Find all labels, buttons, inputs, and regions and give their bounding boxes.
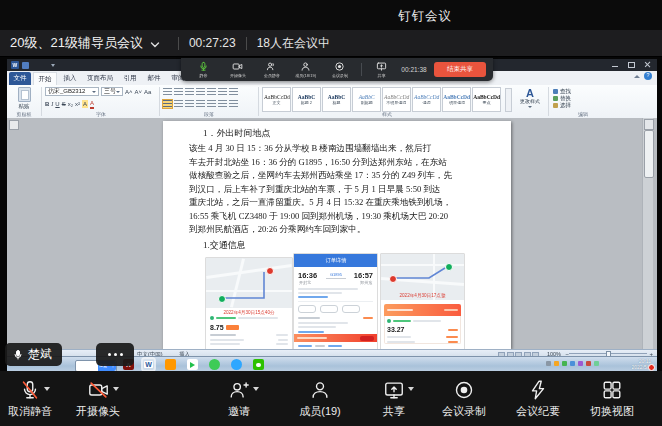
styles-scroll-strip[interactable] xyxy=(505,88,512,112)
paste-button[interactable]: 粘贴 xyxy=(9,87,39,110)
style-strong[interactable]: AaBbCcDd 要点 xyxy=(472,87,501,112)
underline-button[interactable]: U xyxy=(55,100,59,108)
qat-customize-icon[interactable] xyxy=(51,64,55,67)
share-members-button[interactable]: 成员(18/19) xyxy=(290,61,321,78)
align-center-icon[interactable] xyxy=(174,100,183,108)
taskbar-wechat-icon[interactable] xyxy=(253,359,264,370)
share-button[interactable]: 共享 xyxy=(359,378,429,419)
vertical-scrollbar[interactable] xyxy=(642,118,653,349)
scrollbar-thumb[interactable] xyxy=(644,130,654,178)
end-share-button[interactable]: 结束共享 xyxy=(434,62,486,77)
change-case-icon[interactable]: Aa xyxy=(144,88,151,96)
style-emphasis[interactable]: AaBbCcDd 强调 xyxy=(412,87,441,112)
switch-view-button[interactable]: 切换视图 xyxy=(577,378,647,419)
shading-icon[interactable] xyxy=(218,100,227,108)
replace-button[interactable]: 替换 xyxy=(553,95,571,102)
increase-indent-icon[interactable] xyxy=(207,88,216,96)
style-normal[interactable]: AaBbCcDd 正文 xyxy=(262,87,291,112)
more-options-button[interactable] xyxy=(96,343,134,366)
record-button[interactable]: 会议录制 xyxy=(429,378,499,419)
style-intense-emphasis[interactable]: AaBbCcDd 明显强调 xyxy=(442,87,471,112)
share-camera-button[interactable]: 开摄像头 xyxy=(222,61,253,78)
grow-font-icon[interactable]: A˄ xyxy=(125,88,133,96)
depart-time: 16:36 xyxy=(298,271,317,280)
strikethrough-button[interactable]: S xyxy=(62,100,66,108)
origin-pin-icon xyxy=(389,275,397,283)
align-right-icon[interactable] xyxy=(185,100,194,108)
invite-button[interactable]: 邀请 xyxy=(204,378,274,419)
superscript-button[interactable]: x² xyxy=(75,100,80,108)
document-page[interactable]: 1．外出时间地点 该生 4 月 30 日 15：36 分从学校 B 楼南边围墙翻… xyxy=(163,121,511,349)
italic-button[interactable]: I xyxy=(51,100,53,108)
chevron-down-icon[interactable] xyxy=(44,387,50,391)
align-left-icon[interactable] xyxy=(163,100,172,108)
taskbar-green-app-icon[interactable] xyxy=(209,359,220,370)
select-button[interactable]: 选择 xyxy=(553,102,571,109)
chevron-down-icon[interactable] xyxy=(113,387,119,391)
help-icon[interactable] xyxy=(644,72,652,80)
share-record-label: 会议录制 xyxy=(331,73,347,78)
chevron-down-icon[interactable] xyxy=(150,35,160,53)
font-color-button[interactable]: A xyxy=(90,99,94,109)
style-title[interactable]: AaBbC 标题 xyxy=(322,87,351,112)
date-stamp: 2022年4月30日17点整 xyxy=(384,292,460,298)
minimize-icon[interactable] xyxy=(611,61,619,68)
meeting-timer: 00:27:23 xyxy=(189,36,236,50)
share-record-button[interactable]: 会议录制 xyxy=(324,61,355,78)
numbering-icon[interactable] xyxy=(174,88,183,96)
justify-icon[interactable] xyxy=(196,100,205,108)
share-mute-button[interactable]: 静音 xyxy=(188,61,219,78)
tab-page-layout[interactable]: 页面布局 xyxy=(83,72,117,85)
tab-references[interactable]: 引用 xyxy=(119,72,141,85)
multilevel-list-icon[interactable] xyxy=(185,88,194,96)
share-mute-all-button[interactable]: 全员静音 xyxy=(256,61,287,78)
chevron-down-icon[interactable] xyxy=(408,387,414,391)
subscript-button[interactable]: x₂ xyxy=(68,100,73,108)
maximize-icon[interactable] xyxy=(627,61,635,68)
bold-button[interactable]: B xyxy=(45,100,49,108)
font-name-select[interactable]: 仿宋_GB2312 xyxy=(45,87,99,96)
save-icon[interactable] xyxy=(22,62,29,69)
taskbar-player-icon[interactable] xyxy=(187,359,198,370)
highlight-button[interactable]: A xyxy=(82,100,88,108)
decrease-indent-icon[interactable] xyxy=(196,88,205,96)
tab-insert[interactable]: 插入 xyxy=(59,72,81,85)
style-preview: AaBbCcDd xyxy=(384,94,409,100)
taskbar-orange-app-icon[interactable] xyxy=(165,359,176,370)
taskbar-meeting-app-icon[interactable] xyxy=(231,359,242,370)
ruler-toggle-icon[interactable] xyxy=(9,120,19,130)
redo-icon[interactable] xyxy=(40,62,48,69)
shrink-font-icon[interactable]: A˅ xyxy=(135,88,143,96)
borders-icon[interactable] xyxy=(229,100,238,108)
bullets-icon[interactable] xyxy=(163,88,172,96)
shared-screen: 文件 开始 插入 页面布局 引用 邮件 审阅 视图 粘贴 xyxy=(0,57,662,371)
collapse-ribbon-icon[interactable] xyxy=(634,75,640,78)
change-styles-button[interactable]: A 更改样式 xyxy=(515,88,545,108)
sort-icon[interactable] xyxy=(218,88,227,96)
origin-pin-icon xyxy=(218,295,226,303)
style-heading2[interactable]: AaBbC 标题 2 xyxy=(292,87,321,112)
trip-status-banner xyxy=(384,304,461,316)
chevron-down-icon[interactable] xyxy=(253,387,259,391)
close-icon[interactable] xyxy=(643,61,651,68)
tab-mailings[interactable]: 邮件 xyxy=(143,72,165,85)
tab-file[interactable]: 文件 xyxy=(9,72,31,85)
system-tray-icons[interactable] xyxy=(546,361,599,366)
style-subtitle[interactable]: AaBbC 副标题 xyxy=(352,87,381,112)
find-button[interactable]: 查找 xyxy=(553,88,571,95)
unmute-button[interactable]: 取消静音 xyxy=(0,378,65,419)
minutes-button[interactable]: 会议纪要 xyxy=(503,378,573,419)
camera-on-button[interactable]: 开摄像头 xyxy=(63,378,133,419)
taskbar-word-icon[interactable]: W xyxy=(143,359,154,370)
style-subtle-emphasis[interactable]: AaBbCcDd 不明显强调 xyxy=(382,87,411,112)
share-share-button[interactable]: 共享 xyxy=(368,61,394,78)
word-app-icon xyxy=(11,61,19,69)
divider xyxy=(361,63,362,76)
show-marks-icon[interactable] xyxy=(229,88,238,96)
scroll-up-icon[interactable] xyxy=(644,119,654,130)
line-spacing-icon[interactable] xyxy=(207,100,216,108)
font-size-select[interactable]: 三号 xyxy=(101,87,123,96)
members-button[interactable]: 成员(19) xyxy=(285,378,355,419)
tab-home[interactable]: 开始 xyxy=(33,72,57,85)
undo-icon[interactable] xyxy=(32,62,40,69)
